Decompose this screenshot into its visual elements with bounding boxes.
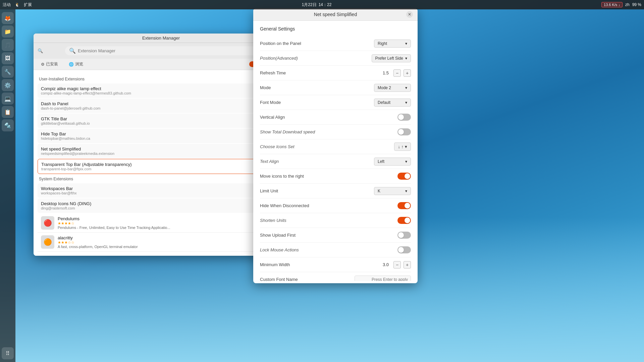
browse-item-name: Pendulums — [58, 216, 170, 221]
sidebar-icon-photos[interactable]: 🖼 — [2, 52, 14, 64]
settings-row-icons-set: Choose Icons Set ↓ ↑ ▾ — [260, 139, 411, 154]
sidebar-icon-gear2[interactable]: 🔩 — [2, 119, 14, 131]
sidebar-icon-music[interactable]: 🎵 — [2, 39, 14, 51]
dropdown-limit-unit[interactable]: K ▾ — [374, 187, 411, 195]
sidebar-icon-apps[interactable]: 🔧 — [2, 66, 14, 78]
dropdown-position[interactable]: Right ▾ — [374, 40, 411, 48]
ext-item-info: Desktop Icons NG (DING) ding@rastersoft.… — [41, 201, 257, 210]
label-icons-set: Choose Icons Set — [260, 144, 294, 149]
stepper-refresh-value: 1.5 — [381, 70, 391, 75]
settings-row-position-adv: Position(Advanced) Prefer Left Side ▾ — [260, 51, 411, 66]
sidebar-icon-terminal[interactable]: 💻 — [2, 93, 14, 105]
settings-panel: Net speed Simplified ✕ General Settings … — [253, 8, 418, 283]
ext-item-dashtopanel[interactable]: Dash to Panel dash-to-panel@jderose9.git… — [38, 99, 284, 113]
tab-installed[interactable]: ⚙ 已安装 — [36, 60, 63, 68]
browse-item-pendulums[interactable]: 🔴 Pendulums ★★★★☆ Pendulums - Free, Unli… — [38, 214, 284, 233]
custom-font-input[interactable] — [355, 276, 411, 281]
chevron-down-icon: ▾ — [405, 85, 407, 90]
ext-body: User-Installed Extensions Compiz alike m… — [34, 70, 288, 256]
browse-label: 浏览 — [75, 61, 83, 67]
ext-item-transparent[interactable]: Transparent Top Bar (Adjustable transpar… — [38, 159, 284, 174]
topbar-center: 1月22日 14：22 — [302, 2, 332, 8]
ext-search-input[interactable] — [78, 48, 257, 53]
toggle-move-icons[interactable] — [397, 173, 411, 180]
stepper-refresh-minus[interactable]: − — [393, 69, 401, 77]
net-speed-arrow: ↓ — [618, 3, 620, 7]
ext-item-info: Net speed Simplified netspeedsimplified@… — [41, 146, 257, 156]
label-limit-unit: Limit Unit — [260, 188, 278, 193]
toggle-show-total[interactable] — [397, 128, 411, 135]
ext-search-row: 🔍 🔍 ✕ — [34, 43, 288, 59]
label-refresh: Refresh Time — [260, 70, 286, 75]
toggle-shorten-units[interactable] — [397, 217, 411, 224]
toggle-upload-first[interactable] — [397, 232, 411, 239]
label-text-align: Text Align — [260, 159, 279, 164]
sidebar-icon-files[interactable]: 📁 — [2, 25, 14, 38]
stepper-min-width-minus[interactable]: − — [393, 261, 401, 268]
ext-item-gtktitlebar[interactable]: GTK Title Bar gtktitlebar@velitasali.git… — [38, 114, 284, 128]
label-mode: Mode — [260, 85, 271, 90]
tray-icon: 🐧 — [15, 2, 20, 7]
locale-label: zh — [625, 2, 630, 7]
label-min-width: Minimum Width — [260, 262, 290, 267]
settings-row-vertical-align: Vertical Align — [260, 110, 411, 125]
topbar-date: 1月22日 — [302, 2, 317, 8]
ext-item-compiz[interactable]: Compiz alike magic lamp effect compiz-al… — [38, 83, 284, 98]
dropdown-fontmode[interactable]: Default ▾ — [374, 99, 411, 107]
settings-section-heading: General Settings — [260, 26, 411, 32]
label-show-total: Show Total Download speed — [260, 129, 315, 134]
browse-item-info: alacritty ★★★☆☆ A fast, cross-platform, … — [58, 235, 138, 249]
sidebar-icon-list[interactable]: 📋 — [2, 106, 14, 118]
ext-item-workspaces[interactable]: Workspaces Bar workspaces-bar@fthx › — [38, 183, 284, 198]
sidebar-icon-apps-grid[interactable]: ⠿ — [2, 347, 14, 359]
browse-item-alacritty[interactable]: 🟠 alacritty ★★★☆☆ A fast, cross-platform… — [38, 233, 284, 252]
stepper-min-width-plus[interactable]: + — [404, 261, 411, 268]
chevron-down-icon: ▾ — [405, 56, 407, 61]
ext-titlebar: Extension Manager — [34, 34, 288, 43]
browse-item-info: Pendulums ★★★★☆ Pendulums - Free, Unlimi… — [58, 216, 170, 230]
dropdown-text-align[interactable]: Left ▾ — [374, 158, 411, 166]
ext-label[interactable]: 扩展 — [24, 2, 32, 8]
stepper-min-width-value: 3.0 — [381, 262, 391, 267]
installed-icon: ⚙ — [41, 62, 45, 67]
toggle-lock-mouse[interactable] — [397, 246, 411, 253]
label-position: Position on the Panel — [260, 41, 301, 46]
sidebar-icon-firefox[interactable]: 🦊 — [2, 12, 14, 24]
topbar-left: 活动 🐧 扩展 — [3, 2, 32, 8]
tab-browse[interactable]: 🌐 浏览 — [64, 60, 88, 68]
ext-item-ding[interactable]: Desktop Icons NG (DING) ding@rastersoft.… — [38, 198, 284, 213]
net-speed-value: 13.6 K/s — [604, 3, 617, 7]
sidebar-icon-settings[interactable]: ⚙️ — [2, 79, 14, 91]
icons-set-button[interactable]: ↓ ↑ ▾ — [394, 142, 411, 151]
dropdown-position-adv[interactable]: Prefer Left Side ▾ — [372, 54, 411, 62]
ext-item-info: Transparent Top Bar (Adjustable transpar… — [41, 162, 256, 171]
chevron-down-icon: ▾ — [405, 41, 407, 46]
settings-row-shorten-units: Shorten Units — [260, 213, 411, 228]
stepper-refresh-plus[interactable]: + — [404, 69, 411, 77]
toggle-vertical-align[interactable] — [397, 114, 411, 121]
battery-label: 99 % — [632, 2, 641, 7]
dropdown-mode[interactable]: Mode 2 ▾ — [374, 84, 411, 92]
label-vertical-align: Vertical Align — [260, 115, 285, 120]
toggle-hide-disconnected[interactable] — [397, 202, 411, 209]
dropdown-text-align-value: Left — [378, 159, 384, 164]
extension-manager-window: Extension Manager 🔍 🔍 ✕ ⚙ 已安装 🌐 浏览 ☰ ─ □… — [34, 34, 288, 256]
label-custom-font: Custom Font Name — [260, 277, 298, 281]
system-section-title: System Extensions — [39, 177, 284, 181]
activities-label[interactable]: 活动 — [3, 2, 11, 8]
label-fontmode: Font Mode — [260, 100, 281, 105]
topbar: 活动 🐧 扩展 1月22日 14：22 13.6 K/s ↓ zh 99 % — [0, 0, 644, 9]
ext-item-netspeed[interactable]: Net speed Simplified netspeedsimplified@… — [38, 144, 284, 158]
settings-row-fontmode: Font Mode Default ▾ — [260, 95, 411, 110]
settings-close-button[interactable]: ✕ — [406, 11, 413, 18]
browse-icon: 🌐 — [69, 62, 74, 67]
browse-item-stars: ★★★☆☆ — [58, 240, 138, 245]
settings-row-limit-unit: Limit Unit K ▾ — [260, 184, 411, 198]
settings-row-upload-first: Show Upload First — [260, 228, 411, 243]
user-section-title: User-Installed Extensions — [39, 77, 284, 81]
browse-thumb-alacritty: 🟠 — [41, 235, 54, 249]
ext-item-hidetopbar[interactable]: Hide Top Bar hidetopbar@mathieu.bidon.ca… — [38, 129, 284, 143]
chevron-down-icon: ▾ — [405, 100, 407, 105]
search-icon: 🔍 — [38, 48, 43, 53]
settings-row-min-width: Minimum Width 3.0 − + — [260, 257, 411, 272]
